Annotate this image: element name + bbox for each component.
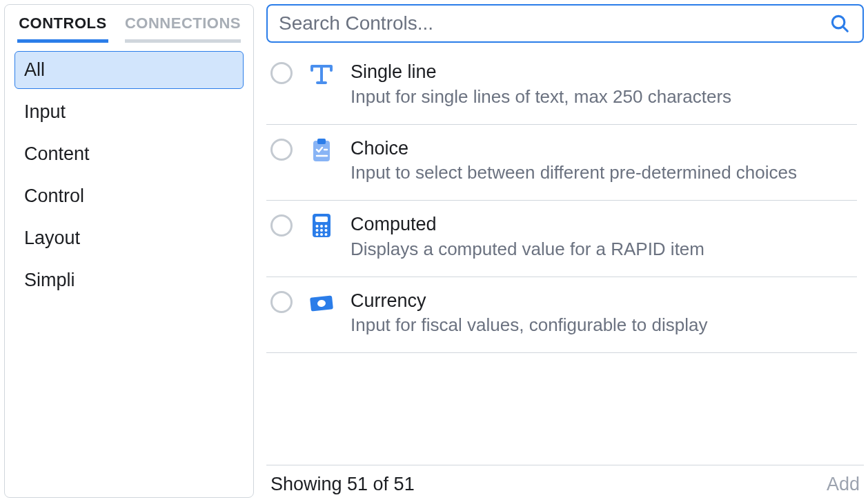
svg-point-12 (320, 229, 323, 232)
control-title: Currency (351, 290, 853, 313)
control-item-choice[interactable]: Choice Input to select between different… (266, 125, 857, 201)
filter-control[interactable]: Control (14, 177, 244, 215)
svg-rect-3 (317, 139, 326, 144)
search-input[interactable] (279, 12, 829, 34)
add-button[interactable]: Add (827, 474, 860, 495)
clipboard-icon (308, 136, 335, 163)
filter-layout[interactable]: Layout (14, 219, 244, 257)
control-desc: Input for single lines of text, max 250 … (351, 86, 853, 109)
results-area: Single line Input for single lines of te… (266, 58, 864, 465)
control-title: Computed (351, 213, 853, 237)
svg-point-9 (320, 225, 323, 228)
svg-line-1 (843, 27, 848, 32)
main-panel: Single line Input for single lines of te… (266, 4, 864, 498)
control-item-computed[interactable]: Computed Displays a computed value for a… (266, 201, 857, 277)
control-text: Choice Input to select between different… (351, 137, 853, 185)
svg-point-10 (325, 225, 328, 228)
svg-point-13 (325, 229, 328, 232)
sidebar: CONTROLS CONNECTIONS All Input Content C… (4, 4, 254, 498)
radio-select[interactable] (270, 291, 293, 313)
control-item-single-line[interactable]: Single line Input for single lines of te… (266, 58, 857, 125)
radio-select[interactable] (270, 139, 293, 161)
control-title: Choice (351, 137, 853, 161)
control-text: Computed Displays a computed value for a… (351, 213, 853, 261)
svg-point-14 (316, 233, 319, 236)
filter-list: All Input Content Control Layout Simpli (13, 51, 245, 300)
radio-select[interactable] (270, 214, 293, 237)
sidebar-tabs: CONTROLS CONNECTIONS (13, 14, 245, 43)
control-desc: Input to select between different pre-de… (351, 161, 853, 185)
results-list[interactable]: Single line Input for single lines of te… (266, 58, 864, 465)
search-container (266, 4, 864, 43)
tab-connections[interactable]: CONNECTIONS (125, 14, 241, 43)
calculator-icon (308, 212, 335, 239)
filter-all[interactable]: All (14, 51, 244, 89)
text-icon (308, 59, 335, 87)
control-desc: Input for fiscal values, configurable to… (351, 314, 853, 337)
radio-select[interactable] (270, 62, 293, 84)
control-item-currency[interactable]: Currency Input for fiscal values, config… (266, 277, 857, 354)
control-title: Single line (351, 61, 853, 84)
svg-point-16 (325, 233, 328, 236)
control-desc: Displays a computed value for a RAPID it… (351, 238, 853, 261)
filter-content[interactable]: Content (14, 135, 244, 173)
control-text: Single line Input for single lines of te… (351, 61, 853, 109)
control-text: Currency Input for fiscal values, config… (351, 290, 853, 338)
filter-input[interactable]: Input (14, 93, 244, 131)
svg-rect-7 (315, 217, 328, 222)
search-icon[interactable] (829, 13, 850, 34)
footer: Showing 51 of 51 Add (266, 465, 864, 498)
svg-point-11 (316, 229, 319, 232)
svg-point-8 (316, 225, 319, 228)
svg-point-15 (320, 233, 323, 236)
filter-simpli[interactable]: Simpli (14, 261, 244, 299)
currency-icon (308, 288, 335, 316)
status-text: Showing 51 of 51 (270, 474, 415, 495)
tab-controls[interactable]: CONTROLS (17, 14, 108, 43)
